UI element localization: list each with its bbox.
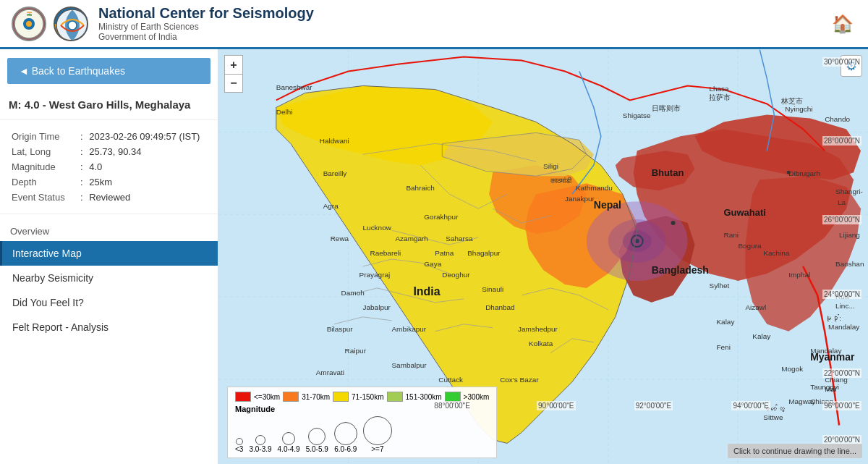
svg-text:Raipur: Raipur [345, 347, 367, 355]
svg-text:Dibrugarh: Dibrugarh [788, 169, 820, 177]
emblem-logo: 🇮🇳 [12, 7, 46, 41]
nav-item-nearby-seismicity[interactable]: Nearby Seismicity [0, 266, 218, 290]
map-container[interactable]: Nepal Bhutan Bangladesh Guwahati India M… [218, 49, 868, 464]
header-subtitle1: Ministry of Earth Sciences [98, 22, 314, 32]
svg-text:Sambalpur: Sambalpur [391, 361, 427, 369]
header-logos: 🇮🇳 [12, 7, 88, 41]
svg-text:Feni: Feni [716, 343, 730, 351]
svg-text:Lijiang: Lijiang [839, 231, 860, 239]
svg-point-5 [68, 21, 77, 30]
magnitude-colon: : [77, 159, 86, 174]
event-details: Origin Time : 2023-02-26 09:49:57 (IST) … [0, 120, 218, 214]
svg-text:La: La [838, 198, 846, 206]
svg-text:Rani: Rani [723, 231, 739, 239]
svg-text:林芝市: 林芝市 [780, 97, 803, 105]
legend-label-over300: >300km [464, 393, 490, 401]
lat-long-value: 25.73, 90.34 [86, 144, 209, 159]
svg-text:日喀则市: 日喀则市 [652, 104, 681, 112]
svg-text:Lhasa: Lhasa [709, 85, 729, 93]
svg-text:拉萨市: 拉萨市 [709, 93, 731, 101]
origin-time-colon: : [77, 129, 86, 144]
nav-item-did-you-feel[interactable]: Did You Feel It? [0, 290, 218, 315]
svg-point-20 [671, 221, 676, 225]
svg-text:Rewa: Rewa [331, 235, 349, 242]
lat-long-colon: : [77, 144, 86, 159]
svg-text:Janakpur: Janakpur [565, 195, 595, 203]
svg-text:Sylhet: Sylhet [709, 282, 729, 290]
svg-text:Patna: Patna [435, 249, 454, 257]
svg-text:Shangri-: Shangri- [835, 187, 863, 195]
home-icon[interactable]: 🏠 [832, 14, 854, 34]
coord-28N: 28°00'00"N [822, 136, 861, 145]
depth-label: Depth [9, 174, 77, 190]
svg-text:Mandalay: Mandalay [810, 347, 841, 355]
nav-item-felt-report[interactable]: Felt Report - Analysis [0, 315, 218, 339]
mag-col-3: <3 [235, 438, 243, 453]
header-subtitle2: Government of India [98, 32, 314, 42]
svg-text:Delhi: Delhi [276, 108, 293, 116]
coord-96E: 96°00'00"E [822, 401, 861, 410]
svg-text:Cuttack: Cuttack [438, 376, 463, 384]
origin-time-value: 2023-02-26 09:49:57 (IST) [86, 129, 209, 144]
event-status-value: Reviewed [86, 190, 209, 205]
mag-circle-7plus [363, 416, 392, 445]
zoom-out-button[interactable]: − [224, 74, 243, 93]
header: 🇮🇳 National Center for Seismology Minist… [0, 0, 868, 49]
legend-box-70 [283, 392, 299, 402]
svg-text:Dhanbad: Dhanbad [485, 303, 514, 311]
mag-col-7plus: >=7 [363, 416, 392, 453]
sidebar: ◄ Back to Earthquakes M: 4.0 - West Garo… [0, 49, 218, 464]
svg-text:Cox's Bazar: Cox's Bazar [500, 376, 539, 384]
legend-label-150: 71-150km [352, 393, 383, 401]
coord-90E: 90°00'00"E [537, 401, 576, 410]
coord-94E: 94°00'00"E [731, 401, 770, 410]
map-zoom-controls: + − [224, 55, 243, 93]
svg-text:Mogok: Mogok [781, 365, 803, 373]
svg-point-94 [787, 171, 791, 174]
mag-circle-49 [282, 432, 295, 445]
svg-text:Sittwe: Sittwe [763, 413, 783, 421]
coord-92E: 92°00'00"E [634, 401, 673, 410]
svg-text:Kalay: Kalay [716, 318, 734, 326]
mag-label-59: 5.0-5.9 [306, 445, 328, 453]
legend-label-30: <=30km [254, 393, 280, 401]
svg-text:Mai: Mai [825, 385, 836, 393]
legend-box-30 [235, 392, 251, 402]
mag-col-39: 3.0-3.9 [249, 435, 271, 453]
svg-text:Mandalay: Mandalay [828, 323, 859, 331]
svg-text:Lucknow: Lucknow [363, 224, 392, 232]
svg-text:Baneshwar: Baneshwar [276, 83, 313, 91]
mag-col-69: 6.0-6.9 [334, 422, 357, 453]
svg-text:Aizawl: Aizawl [745, 303, 766, 311]
svg-text:Imphal: Imphal [788, 271, 810, 279]
svg-text:Baoshan: Baoshan [835, 260, 864, 268]
svg-text:Jabalpur: Jabalpur [363, 303, 391, 311]
main-container: ◄ Back to Earthquakes M: 4.0 - West Garo… [0, 49, 868, 464]
back-button[interactable]: ◄ Back to Earthquakes [7, 58, 210, 84]
mag-label-39: 3.0-3.9 [249, 445, 271, 453]
mag-label-49: 4.0-4.9 [278, 445, 300, 453]
svg-text:Bhutan: Bhutan [652, 167, 684, 178]
zoom-in-button[interactable]: + [224, 55, 243, 74]
mag-circle-59 [308, 428, 326, 445]
mag-label-3: <3 [235, 445, 243, 453]
svg-text:Linc...: Linc... [835, 302, 855, 310]
svg-text:Bahraich: Bahraich [406, 184, 434, 192]
svg-text:Magway: Magway [788, 397, 815, 405]
mag-label-7plus: >=7 [371, 445, 383, 453]
svg-text:India: India [413, 285, 440, 298]
svg-text:Haldwani: Haldwani [320, 137, 349, 145]
svg-text:Shigatse: Shigatse [623, 111, 651, 119]
nav-section-label: Overview [0, 222, 218, 241]
svg-text:Kachina: Kachina [763, 249, 789, 257]
ncs-logo [54, 7, 88, 41]
svg-text:Deoghur: Deoghur [442, 271, 470, 279]
magnitude-value: 4.0 [86, 159, 209, 174]
coord-20N: 20°00'00"N [822, 435, 861, 444]
coord-24N: 24°00'00"N [822, 290, 861, 299]
svg-point-3 [26, 21, 32, 27]
nav-item-interactive-map[interactable]: Interactive Map [0, 241, 218, 266]
lat-long-label: Lat, Long [9, 144, 77, 159]
event-status-label: Event Status [9, 190, 77, 205]
svg-text:Damoh: Damoh [341, 289, 365, 297]
